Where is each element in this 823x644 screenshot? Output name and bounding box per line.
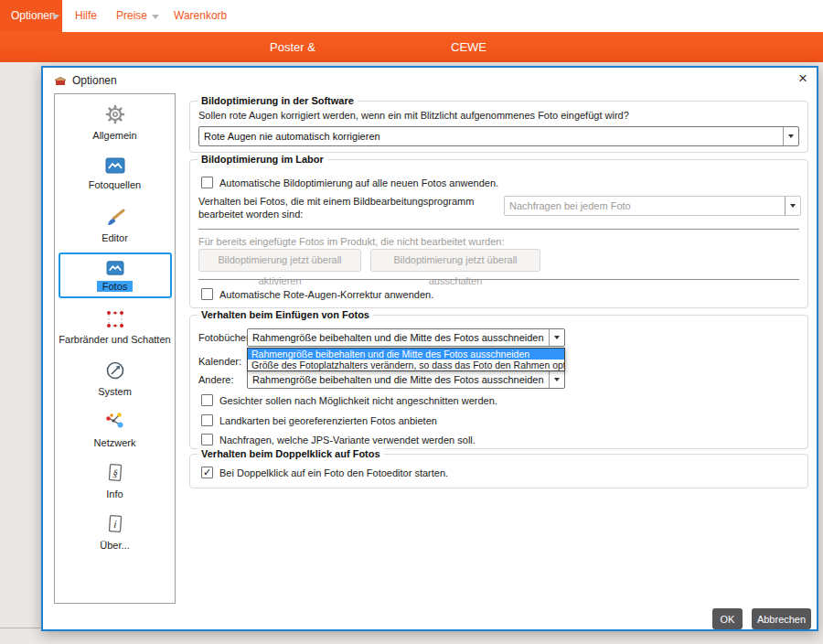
- redeye-question-label: Sollen rote Augen korrigiert werden, wen…: [198, 110, 629, 121]
- sidebar-item-info[interactable]: § Info: [57, 455, 173, 506]
- group-einfuegen-fotos: Verhalten beim Einfügen von Fotos Fotobü…: [189, 315, 808, 449]
- faces-checkbox[interactable]: Gesichter sollen nach Möglichkeit nicht …: [201, 394, 497, 406]
- chevron-down-icon: [152, 15, 159, 19]
- andere-dropdown[interactable]: Rahmengröße beibehalten und die Mitte de…: [247, 370, 565, 389]
- checkbox-unchecked: [201, 177, 213, 188]
- sidebar-item-label: Allgemein: [92, 130, 136, 141]
- popup-option-selected[interactable]: Rahmengröße beibehalten und die Mitte de…: [248, 349, 564, 360]
- sidebar-item-system[interactable]: System: [57, 352, 173, 403]
- ok-button[interactable]: OK: [712, 608, 743, 629]
- sidebar-item-editor[interactable]: Editor: [57, 199, 173, 250]
- checkbox-unchecked: [201, 434, 213, 445]
- sidebar-item-label: Farbränder und Schatten: [59, 334, 170, 345]
- settings-sidebar: Allgemein Fotoquellen Editor: [54, 93, 176, 604]
- checkbox-label: Nachfragen, welche JPS-Variante verwende…: [219, 435, 476, 445]
- sidebar-item-netzwerk[interactable]: Netzwerk: [57, 403, 173, 455]
- checkbox-label: Bei Doppelklick auf ein Foto den Fotoedi…: [219, 467, 448, 478]
- andere-label: Andere:: [198, 374, 234, 385]
- banner-poster-label[interactable]: Poster &: [270, 40, 315, 54]
- gear-icon: [104, 103, 126, 127]
- checkbox-label: Automatische Rote-Augen-Korrektur anwend…: [219, 289, 433, 300]
- checkbox-unchecked: [201, 394, 213, 406]
- checkbox-unchecked: [201, 414, 213, 426]
- sidebar-item-label: Netzwerk: [94, 437, 136, 448]
- selection-frame-icon: [105, 309, 125, 331]
- checkbox-label: Landkarten bei georeferenzierten Fotos a…: [219, 415, 437, 426]
- popup-option[interactable]: Größe des Fotoplatzhalters verändern, so…: [248, 360, 564, 370]
- chevron-down-icon: [52, 15, 59, 19]
- menu-hilfe[interactable]: Hilfe: [75, 0, 97, 32]
- image-icon: [106, 260, 124, 278]
- separator: [198, 279, 799, 280]
- fotobuecher-dropdown-value: Rahmengröße beibehalten und die Mitte de…: [248, 332, 549, 343]
- sidebar-item-label: Über...: [100, 540, 129, 551]
- banner-cewe-label[interactable]: CEWE: [451, 40, 486, 54]
- checkbox-checked: ✓: [201, 467, 213, 478]
- sidebar-item-allgemein[interactable]: Allgemein: [57, 96, 173, 147]
- menu-optionen-label: Optionen: [11, 9, 56, 22]
- group-title: Bildoptimierung in der Software: [198, 95, 358, 106]
- edited-photos-dropdown-value: Nachfragen bei jedem Foto: [505, 200, 785, 211]
- jps-variant-checkbox[interactable]: Nachfragen, welche JPS-Variante verwende…: [201, 434, 476, 445]
- doubleclick-editor-checkbox[interactable]: ✓ Bei Doppelklick auf ein Foto den Fotoe…: [201, 467, 448, 478]
- gauge-icon: [104, 360, 126, 383]
- checkbox-label: Automatische Bildoptimierung auf alle ne…: [219, 177, 498, 188]
- dropdown-arrow-icon: [785, 197, 800, 215]
- fotobuecher-label: Fotobücher:: [198, 332, 252, 343]
- sidebar-item-label: Info: [106, 488, 123, 499]
- dropdown-arrow-icon: [549, 371, 564, 388]
- image-icon: [105, 156, 125, 177]
- sidebar-item-ueber[interactable]: i Über...: [57, 506, 173, 557]
- separator: [198, 229, 799, 230]
- background-divider: [0, 628, 41, 628]
- maps-checkbox[interactable]: Landkarten bei georeferenzierten Fotos a…: [201, 414, 437, 426]
- group-bildoptimierung-software: Bildoptimierung in der Software Sollen r…: [189, 101, 808, 153]
- cancel-button[interactable]: Abbrechen: [752, 608, 811, 629]
- fotobuecher-dropdown-popup: Rahmengröße beibehalten und die Mitte de…: [247, 348, 565, 371]
- paragraph-document-icon: §: [105, 462, 125, 486]
- product-banner: Poster & CEWE: [0, 32, 823, 62]
- sidebar-item-farbraender[interactable]: Farbränder und Schatten: [57, 301, 173, 352]
- andere-dropdown-value: Rahmengröße beibehalten und die Mitte de…: [248, 374, 549, 385]
- group-doppelklick-fotos: Verhalten beim Doppelklick auf Fotos ✓ B…: [189, 454, 808, 488]
- sidebar-item-label: System: [98, 386, 132, 397]
- checkbox-unchecked: [201, 288, 213, 300]
- menu-preise[interactable]: Preise: [116, 0, 147, 32]
- options-dialog: Optionen × Allgemein: [41, 66, 818, 631]
- network-icon: [104, 411, 126, 435]
- dialog-title: Optionen: [72, 74, 117, 87]
- group-title: Verhalten beim Einfügen von Fotos: [198, 309, 373, 320]
- deactivate-optimization-button[interactable]: Bildoptimierung jetzt überall ausschalte…: [370, 249, 540, 272]
- checkbox-label: Gesichter sollen nach Möglichkeit nicht …: [219, 395, 497, 406]
- dropdown-arrow-icon: [549, 329, 564, 346]
- sidebar-item-fotoquellen[interactable]: Fotoquellen: [57, 147, 173, 199]
- menu-warenkorb[interactable]: Warenkorb: [174, 0, 227, 32]
- app-menubar: Optionen Hilfe Preise Warenkorb: [0, 0, 823, 32]
- auto-redeye-checkbox[interactable]: Automatische Rote-Augen-Korrektur anwend…: [201, 288, 433, 300]
- auto-optimization-checkbox[interactable]: Automatische Bildoptimierung auf alle ne…: [201, 177, 498, 188]
- group-title: Verhalten beim Doppelklick auf Fotos: [198, 448, 384, 459]
- check-icon: ✓: [203, 467, 211, 478]
- redeye-dropdown[interactable]: Rote Augen nie automatisch korrigieren: [198, 126, 799, 146]
- edited-photos-behavior-label: Verhalten bei Fotos, die mit einem Bildb…: [198, 195, 504, 220]
- redeye-dropdown-value: Rote Augen nie automatisch korrigieren: [199, 131, 783, 142]
- dropdown-arrow-icon: [783, 127, 798, 145]
- sidebar-item-label: Fotos: [97, 281, 134, 292]
- edited-photos-dropdown[interactable]: Nachfragen bei jedem Foto: [504, 196, 801, 216]
- close-icon[interactable]: ×: [798, 70, 807, 88]
- paintbrush-icon: [104, 206, 126, 230]
- kalender-label: Kalender:: [198, 356, 241, 367]
- dialog-app-icon: [53, 73, 68, 88]
- sidebar-item-label: Editor: [102, 232, 128, 243]
- fotobuecher-dropdown[interactable]: Rahmengröße beibehalten und die Mitte de…: [247, 328, 565, 347]
- activate-optimization-button[interactable]: Bildoptimierung jetzt überall aktivieren: [198, 249, 361, 272]
- sidebar-item-fotos[interactable]: Fotos: [59, 252, 172, 298]
- inserted-photos-label: Für bereits eingefügte Fotos im Produkt,…: [198, 236, 504, 247]
- info-document-icon: i: [105, 513, 125, 537]
- group-bildoptimierung-labor: Bildoptimierung im Labor Automatische Bi…: [189, 159, 808, 308]
- sidebar-item-label: Fotoquellen: [89, 179, 142, 190]
- group-title: Bildoptimierung im Labor: [198, 154, 327, 165]
